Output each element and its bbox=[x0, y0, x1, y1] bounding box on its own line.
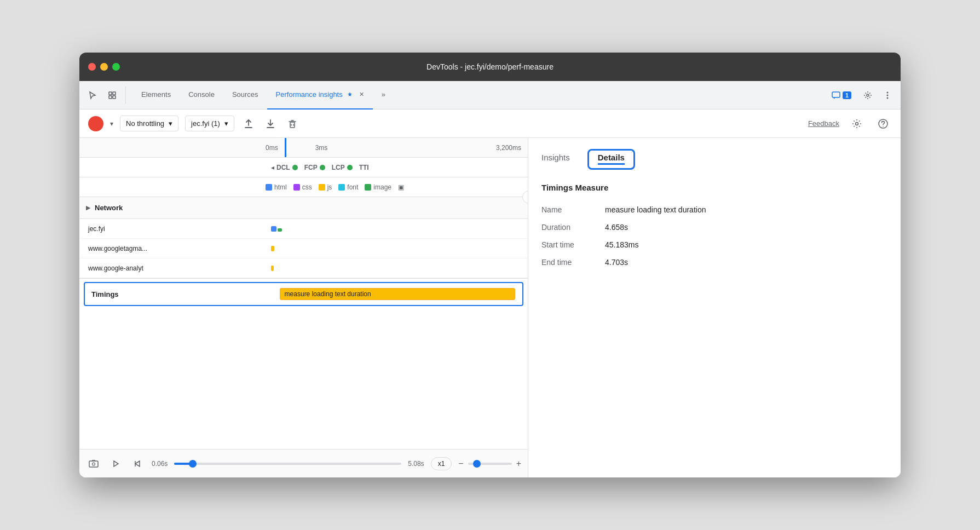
svg-point-10 bbox=[856, 122, 858, 125]
title-bar: DevTools - jec.fyi/demo/perf-measure bbox=[79, 53, 901, 81]
detail-row-name: Name measure loading text duration bbox=[541, 205, 887, 214]
resource-legend-row: html css js font image ▣ bbox=[79, 177, 528, 197]
detail-panel-tabs: Insights Details bbox=[541, 149, 887, 170]
playback-slider-thumb[interactable] bbox=[189, 460, 197, 468]
window-title: DevTools - jec.fyi/demo/perf-measure bbox=[426, 62, 554, 71]
tab-insights[interactable]: Insights bbox=[541, 153, 570, 166]
legend-markers-row: ◂ DCL FCP LCP TTI bbox=[79, 158, 528, 177]
network-bar-1 bbox=[271, 246, 274, 251]
lcp-marker: LCP bbox=[332, 164, 353, 171]
maximize-button[interactable] bbox=[112, 63, 120, 71]
tab-divider bbox=[125, 87, 126, 104]
detail-row-duration: Duration 4.658s bbox=[541, 223, 887, 232]
playback-end-time: 5.08s bbox=[408, 460, 424, 468]
inspect-icon[interactable] bbox=[103, 87, 121, 104]
svg-point-6 bbox=[887, 91, 889, 93]
pin-icon bbox=[346, 91, 354, 99]
network-bar-area-0 bbox=[266, 219, 528, 238]
right-panel: Insights Details Timings Measure Name me… bbox=[528, 138, 901, 477]
bottom-controls: 0.06s 5.08s x1 − + bbox=[79, 449, 528, 477]
detail-key-duration: Duration bbox=[541, 223, 596, 232]
js-color bbox=[319, 184, 325, 191]
record-button[interactable] bbox=[88, 116, 103, 131]
network-collapse-arrow: ▶ bbox=[86, 204, 90, 211]
svg-rect-4 bbox=[832, 92, 840, 97]
tab-details-inner: Details bbox=[598, 153, 625, 165]
cursor-icon[interactable] bbox=[84, 87, 101, 104]
delete-button[interactable] bbox=[285, 115, 300, 132]
fcp-marker: FCP bbox=[304, 164, 325, 171]
settings-gear-icon[interactable] bbox=[848, 115, 866, 132]
screenshot-toggle-button[interactable] bbox=[86, 456, 101, 471]
tab-details-wrapper[interactable]: Details bbox=[587, 149, 635, 170]
detail-row-start: Start time 45.183ms bbox=[541, 240, 887, 249]
toolbar: ▾ No throttling ▾ jec.fyi (1) ▾ bbox=[79, 110, 901, 138]
image-color bbox=[365, 184, 371, 191]
network-bar-area-1 bbox=[266, 239, 528, 258]
tab-performance-insights[interactable]: Performance insights ✕ bbox=[267, 81, 373, 110]
svg-rect-9 bbox=[290, 122, 295, 128]
svg-rect-1 bbox=[113, 92, 116, 95]
table-row[interactable]: www.googletagma... bbox=[79, 239, 528, 258]
detail-value-name: measure loading text duration bbox=[605, 205, 706, 214]
svg-point-8 bbox=[887, 97, 889, 99]
throttling-select[interactable]: No throttling ▾ bbox=[120, 116, 178, 131]
tab-bar-left bbox=[84, 87, 128, 104]
network-section-header[interactable]: ▶ Network bbox=[79, 197, 528, 219]
skip-to-start-button[interactable] bbox=[130, 456, 145, 471]
tab-sources[interactable]: Sources bbox=[223, 81, 267, 110]
close-button[interactable] bbox=[88, 63, 96, 71]
traffic-lights bbox=[88, 63, 120, 71]
timings-bar[interactable]: measure loading text duration bbox=[280, 288, 515, 300]
zoom-out-button[interactable]: − bbox=[458, 459, 463, 469]
time-end-label: 3,200ms bbox=[496, 144, 528, 152]
svg-rect-3 bbox=[113, 96, 116, 99]
badge-count: 1 bbox=[843, 91, 851, 99]
detail-value-start: 45.183ms bbox=[605, 240, 638, 249]
legend-js: js bbox=[319, 183, 332, 191]
zoom-in-button[interactable]: + bbox=[516, 459, 521, 469]
playback-slider-track[interactable] bbox=[174, 463, 401, 465]
network-label: Network bbox=[95, 204, 123, 212]
svg-rect-13 bbox=[89, 461, 98, 467]
speed-control[interactable]: x1 bbox=[431, 457, 452, 470]
network-bar-0 bbox=[271, 226, 276, 232]
tab-console[interactable]: Console bbox=[180, 81, 223, 110]
network-bar-2 bbox=[271, 266, 274, 271]
toolbar-right: Feedback bbox=[808, 115, 892, 132]
left-panel: 0ms 3ms 3,200ms ◂ DCL FCP bbox=[79, 138, 528, 477]
detail-section-title: Timings Measure bbox=[541, 183, 887, 192]
feedback-link[interactable]: Feedback bbox=[808, 119, 839, 128]
download-button[interactable] bbox=[263, 115, 278, 132]
settings-icon[interactable] bbox=[859, 87, 877, 104]
timings-label: Timings bbox=[91, 290, 119, 298]
svg-point-14 bbox=[93, 463, 95, 465]
tti-marker: TTI bbox=[359, 164, 369, 171]
font-color bbox=[338, 184, 345, 191]
detail-key-name: Name bbox=[541, 205, 596, 214]
tab-elements[interactable]: Elements bbox=[132, 81, 180, 110]
tab-bar: Elements Console Sources Performance ins… bbox=[79, 81, 901, 110]
help-icon[interactable] bbox=[874, 115, 892, 132]
target-select[interactable]: jec.fyi (1) ▾ bbox=[185, 116, 234, 131]
play-button[interactable] bbox=[108, 456, 123, 471]
time-start-label: 0ms bbox=[266, 144, 278, 152]
zoom-slider-thumb[interactable] bbox=[473, 460, 481, 468]
tab-close-icon[interactable]: ✕ bbox=[359, 91, 364, 98]
tab-more[interactable]: » bbox=[373, 81, 394, 110]
timings-bar-container: measure loading text duration bbox=[119, 288, 516, 300]
table-row[interactable]: jec.fyi bbox=[79, 219, 528, 239]
network-rows: jec.fyi www.googletagma... www.goog bbox=[79, 219, 528, 278]
upload-button[interactable] bbox=[241, 115, 256, 132]
detail-key-start: Start time bbox=[541, 240, 596, 249]
target-dropdown-icon: ▾ bbox=[224, 119, 228, 128]
record-dropdown-arrow[interactable]: ▾ bbox=[110, 120, 113, 128]
feedback-badge-button[interactable]: 1 bbox=[826, 88, 857, 102]
more-options-icon[interactable] bbox=[879, 87, 896, 104]
table-row[interactable]: www.google-analyt bbox=[79, 258, 528, 278]
playback-start-time: 0.06s bbox=[152, 460, 168, 468]
minimize-button[interactable] bbox=[100, 63, 108, 71]
legend-css: css bbox=[293, 183, 312, 191]
zoom-slider-track[interactable] bbox=[468, 463, 512, 465]
playback-slider bbox=[174, 463, 401, 465]
